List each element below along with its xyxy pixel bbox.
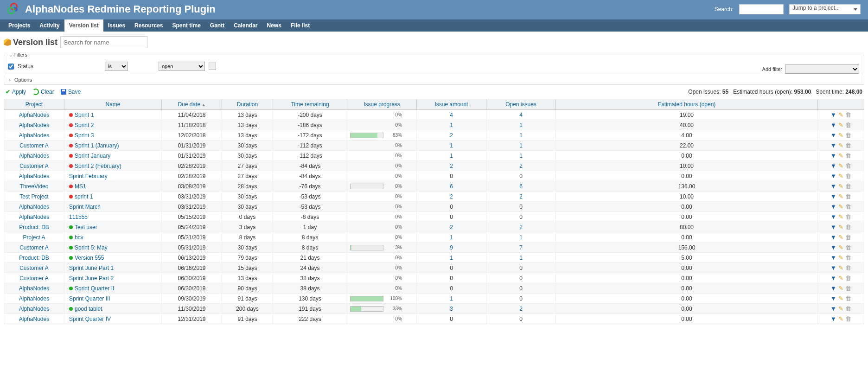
nav-news[interactable]: News xyxy=(262,19,286,32)
version-link[interactable]: sprint 1 xyxy=(75,193,93,200)
amount-link[interactable]: 1 xyxy=(450,122,453,128)
edit-icon[interactable]: ✎ xyxy=(837,152,844,159)
project-link[interactable]: Customer A xyxy=(19,142,49,149)
version-link[interactable]: Sprint January xyxy=(75,153,110,159)
filter-icon[interactable]: ▼ xyxy=(830,183,837,190)
col-project[interactable]: Project xyxy=(4,99,64,110)
nav-version-list[interactable]: Version list xyxy=(64,19,103,32)
delete-icon[interactable]: 🗑 xyxy=(844,183,852,190)
delete-icon[interactable]: 🗑 xyxy=(844,244,852,251)
project-link[interactable]: Customer A xyxy=(19,275,49,282)
delete-icon[interactable]: 🗑 xyxy=(844,285,852,292)
delete-icon[interactable]: 🗑 xyxy=(844,111,852,118)
filter-icon[interactable]: ▼ xyxy=(830,122,837,128)
amount-link[interactable]: 4 xyxy=(450,112,453,118)
amount-link[interactable]: 1 xyxy=(450,234,453,241)
open-link[interactable]: 2 xyxy=(519,163,523,169)
edit-icon[interactable]: ✎ xyxy=(837,275,844,282)
version-link[interactable]: Sprint 1 xyxy=(75,112,94,118)
version-link[interactable]: 111555 xyxy=(69,214,88,220)
edit-icon[interactable]: ✎ xyxy=(837,111,844,118)
project-link[interactable]: AlphaNodes xyxy=(19,153,49,159)
filters-legend[interactable]: ⌄Filters xyxy=(8,52,28,58)
delete-icon[interactable]: 🗑 xyxy=(844,254,852,261)
nav-gantt[interactable]: Gantt xyxy=(205,19,229,32)
delete-icon[interactable]: 🗑 xyxy=(844,122,852,128)
filter-icon[interactable]: ▼ xyxy=(830,254,837,261)
delete-icon[interactable]: 🗑 xyxy=(844,295,852,302)
project-link[interactable]: AlphaNodes xyxy=(19,122,49,128)
project-link[interactable]: Product: DB xyxy=(19,224,49,230)
edit-icon[interactable]: ✎ xyxy=(837,142,844,149)
open-link[interactable]: 2 xyxy=(519,224,523,230)
project-link[interactable]: AlphaNodes xyxy=(19,112,49,118)
version-link[interactable]: Version 555 xyxy=(75,255,104,261)
delete-icon[interactable]: 🗑 xyxy=(844,152,852,159)
version-link[interactable]: Sprint 2 (February) xyxy=(75,163,121,169)
col-name[interactable]: Name xyxy=(64,99,162,110)
filter-icon[interactable]: ▼ xyxy=(830,315,837,322)
project-link[interactable]: AlphaNodes xyxy=(19,295,49,302)
edit-icon[interactable]: ✎ xyxy=(837,162,844,169)
project-link[interactable]: AlphaNodes xyxy=(19,285,49,292)
filter-icon[interactable]: ▼ xyxy=(830,234,837,241)
edit-icon[interactable]: ✎ xyxy=(837,224,844,230)
col-due-date[interactable]: Due date xyxy=(162,99,222,110)
open-link[interactable]: 7 xyxy=(519,244,523,251)
add-filter-select[interactable] xyxy=(785,64,859,74)
open-link[interactable]: 2 xyxy=(519,193,523,200)
filter-icon[interactable]: ▼ xyxy=(830,285,837,292)
save-button[interactable]: Save xyxy=(61,89,81,95)
nav-issues[interactable]: Issues xyxy=(103,19,130,32)
nav-spent-time[interactable]: Spent time xyxy=(167,19,205,32)
edit-icon[interactable]: ✎ xyxy=(837,193,844,200)
open-link[interactable]: 1 xyxy=(519,142,523,149)
open-link[interactable]: 6 xyxy=(519,183,523,190)
filter-icon[interactable]: ▼ xyxy=(830,142,837,149)
edit-icon[interactable]: ✎ xyxy=(837,203,844,210)
amount-link[interactable]: 2 xyxy=(450,193,453,200)
amount-link[interactable]: 2 xyxy=(450,224,453,230)
col-issue-amount[interactable]: Issue amount xyxy=(417,99,486,110)
project-link[interactable]: AlphaNodes xyxy=(19,214,49,220)
version-link[interactable]: Sprint March xyxy=(69,204,101,210)
amount-link[interactable]: 2 xyxy=(450,163,453,169)
filter-icon[interactable]: ▼ xyxy=(830,132,837,139)
edit-icon[interactable]: ✎ xyxy=(837,305,844,312)
filter-icon[interactable]: ▼ xyxy=(830,203,837,210)
edit-icon[interactable]: ✎ xyxy=(837,173,844,179)
open-link[interactable]: 4 xyxy=(519,112,523,118)
edit-icon[interactable]: ✎ xyxy=(837,254,844,261)
open-link[interactable]: 1 xyxy=(519,153,523,159)
filter-icon[interactable]: ▼ xyxy=(830,305,837,312)
delete-icon[interactable]: 🗑 xyxy=(844,132,852,139)
project-link[interactable]: Product: DB xyxy=(19,255,49,261)
open-link[interactable]: 2 xyxy=(519,306,523,312)
amount-link[interactable]: 1 xyxy=(450,142,453,149)
project-link[interactable]: AlphaNodes xyxy=(19,316,49,322)
project-link[interactable]: ThreeVideo xyxy=(20,183,49,190)
edit-icon[interactable]: ✎ xyxy=(837,315,844,322)
amount-link[interactable]: 6 xyxy=(450,183,453,190)
filter-icon[interactable]: ▼ xyxy=(830,173,837,179)
open-link[interactable]: 1 xyxy=(519,234,523,241)
delete-icon[interactable]: 🗑 xyxy=(844,275,852,282)
version-link[interactable]: Sprint 2 xyxy=(75,122,94,128)
open-link[interactable]: 1 xyxy=(519,122,523,128)
filter-icon[interactable]: ▼ xyxy=(830,152,837,159)
col-duration[interactable]: Duration xyxy=(222,99,273,110)
nav-activity[interactable]: Activity xyxy=(35,19,64,32)
project-link[interactable]: Test Project xyxy=(19,193,49,200)
edit-icon[interactable]: ✎ xyxy=(837,183,844,190)
filter-icon[interactable]: ▼ xyxy=(830,193,837,200)
status-filter-checkbox[interactable] xyxy=(8,64,14,70)
delete-icon[interactable]: 🗑 xyxy=(844,264,852,271)
col-issue-progress[interactable]: Issue progress xyxy=(347,99,417,110)
filter-icon[interactable]: ▼ xyxy=(830,111,837,118)
delete-icon[interactable]: 🗑 xyxy=(844,162,852,169)
col-time-remaining[interactable]: Time remaining xyxy=(273,99,347,110)
toggle-filter-button[interactable] xyxy=(209,63,216,70)
status-value-select[interactable]: open xyxy=(159,62,205,71)
col-est-hours[interactable]: Estimated hours (open) xyxy=(556,99,818,110)
version-link[interactable]: Sprint 1 (January) xyxy=(75,142,119,149)
